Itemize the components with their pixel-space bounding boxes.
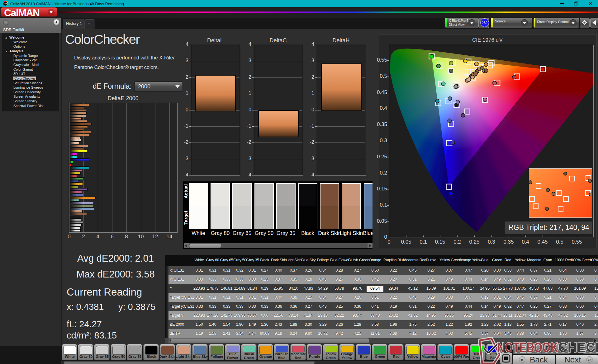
svg-text:NOTEBOOK: NOTEBOOK bbox=[497, 339, 558, 355]
svg-text:CHECK: CHECK bbox=[558, 339, 598, 355]
